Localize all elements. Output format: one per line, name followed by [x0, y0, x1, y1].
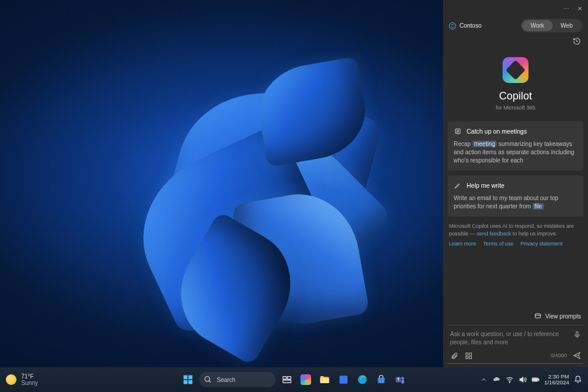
- volume-icon[interactable]: [518, 376, 527, 384]
- svg-rect-16: [189, 380, 193, 384]
- card-help-write[interactable]: Help me write Write an email to my team …: [448, 175, 583, 217]
- sun-icon: [6, 374, 16, 385]
- taskbar-right: 2:30 PM 1/16/2024: [480, 374, 582, 386]
- onedrive-icon[interactable]: [493, 376, 501, 384]
- prompt-input[interactable]: Ask a work question, or use / to referen…: [448, 325, 583, 349]
- card-title: Catch up on meetings: [467, 128, 527, 135]
- svg-rect-8: [465, 353, 468, 355]
- char-count: 0/4000: [550, 353, 567, 358]
- system-tray[interactable]: [493, 376, 540, 384]
- privacy-link[interactable]: Privacy statement: [521, 241, 563, 247]
- org-label: Contoso: [449, 22, 481, 29]
- svg-rect-9: [469, 353, 471, 355]
- teams-icon[interactable]: T: [392, 372, 408, 387]
- copilot-subtitle: for Microsoft 365: [495, 105, 535, 111]
- svg-rect-19: [283, 377, 286, 380]
- apps-icon[interactable]: [464, 351, 473, 360]
- history-icon: [573, 37, 581, 45]
- battery-icon[interactable]: [531, 376, 540, 384]
- svg-rect-30: [538, 379, 539, 380]
- card-body: Write an email to my team about our top …: [454, 194, 577, 211]
- list-icon: [454, 127, 462, 135]
- mic-icon[interactable]: [573, 330, 581, 338]
- svg-rect-21: [283, 380, 291, 383]
- more-icon[interactable]: ⋯: [563, 5, 569, 12]
- copilot-taskbar-icon[interactable]: [298, 372, 313, 387]
- svg-rect-14: [189, 376, 193, 380]
- notifications-icon[interactable]: [574, 376, 582, 384]
- svg-rect-31: [533, 378, 537, 381]
- history-button[interactable]: [443, 37, 588, 49]
- clock[interactable]: 2:30 PM 1/16/2024: [544, 374, 569, 386]
- search-placeholder: Search: [217, 377, 236, 383]
- card-catch-up[interactable]: Catch up on meetings Recap meeting summa…: [448, 121, 583, 171]
- token-file[interactable]: file: [533, 203, 544, 210]
- disclaimer: Microsoft Copilot uses AI to respond, so…: [443, 217, 588, 241]
- weather-widget[interactable]: 71°F Sunny: [6, 373, 38, 386]
- svg-point-27: [401, 377, 404, 380]
- store-icon[interactable]: [374, 372, 389, 387]
- footer-links: Learn more Terms of use Privacy statemen…: [443, 241, 588, 251]
- date: 1/16/2024: [544, 380, 569, 386]
- tab-work[interactable]: Work: [522, 20, 552, 31]
- tab-web[interactable]: Web: [553, 20, 581, 31]
- token-meeting[interactable]: meeting: [473, 141, 497, 147]
- scope-tabs: Work Web: [521, 19, 582, 32]
- svg-rect-23: [339, 376, 348, 384]
- org-name: Contoso: [460, 22, 481, 29]
- view-prompts-button[interactable]: View prompts: [443, 308, 588, 325]
- copilot-panel: ⋯ ✕ Contoso Work Web Copilot for Microso…: [443, 0, 588, 367]
- suggestion-cards: Catch up on meetings Recap meeting summa…: [443, 121, 588, 217]
- learn-more-link[interactable]: Learn more: [449, 241, 476, 247]
- svg-rect-11: [469, 356, 471, 358]
- card-body: Recap meeting summarizing key takeaways …: [454, 140, 577, 165]
- wallpaper-bloom: [71, 35, 412, 365]
- svg-rect-6: [576, 331, 577, 335]
- copilot-header: Contoso Work Web: [443, 16, 588, 37]
- copilot-title: Copilot: [499, 90, 532, 102]
- svg-rect-10: [465, 356, 468, 358]
- svg-rect-22: [321, 378, 329, 383]
- copilot-logo-icon: [503, 57, 528, 83]
- svg-rect-15: [184, 380, 188, 384]
- search-icon: [204, 376, 212, 384]
- wifi-icon[interactable]: [506, 376, 514, 384]
- copilot-titlebar: ⋯ ✕: [443, 0, 588, 16]
- taskbar-search[interactable]: Search: [199, 372, 276, 387]
- svg-rect-13: [184, 376, 188, 380]
- terms-link[interactable]: Terms of use: [483, 241, 514, 247]
- close-icon[interactable]: ✕: [577, 5, 582, 12]
- compose-icon: [454, 181, 462, 190]
- svg-point-17: [205, 377, 210, 381]
- prompt-placeholder: Ask a work question, or use / to referen…: [450, 330, 569, 347]
- start-button[interactable]: [180, 372, 196, 387]
- send-feedback-link[interactable]: send feedback: [477, 231, 511, 237]
- prompts-icon: [534, 312, 542, 320]
- attach-icon[interactable]: [450, 351, 458, 360]
- pinned-app-1-icon[interactable]: [336, 372, 351, 387]
- org-icon: [449, 22, 456, 29]
- svg-point-28: [509, 382, 510, 383]
- card-title: Help me write: [467, 182, 504, 189]
- taskbar: 71°F Sunny Search T: [0, 367, 588, 392]
- svg-line-18: [209, 381, 211, 383]
- send-icon[interactable]: [573, 351, 581, 360]
- weather-cond: Sunny: [21, 380, 38, 386]
- input-toolbar: 0/4000: [448, 349, 583, 364]
- chevron-up-icon[interactable]: [480, 376, 488, 384]
- svg-rect-20: [288, 377, 291, 380]
- explorer-icon[interactable]: [317, 372, 332, 387]
- weather-temp: 71°F: [21, 373, 38, 380]
- copilot-hero: Copilot for Microsoft 365: [443, 49, 588, 121]
- taskbar-center: Search T: [180, 372, 408, 387]
- edge-icon[interactable]: [355, 372, 370, 387]
- svg-rect-4: [535, 314, 540, 318]
- task-view-button[interactable]: [279, 372, 295, 387]
